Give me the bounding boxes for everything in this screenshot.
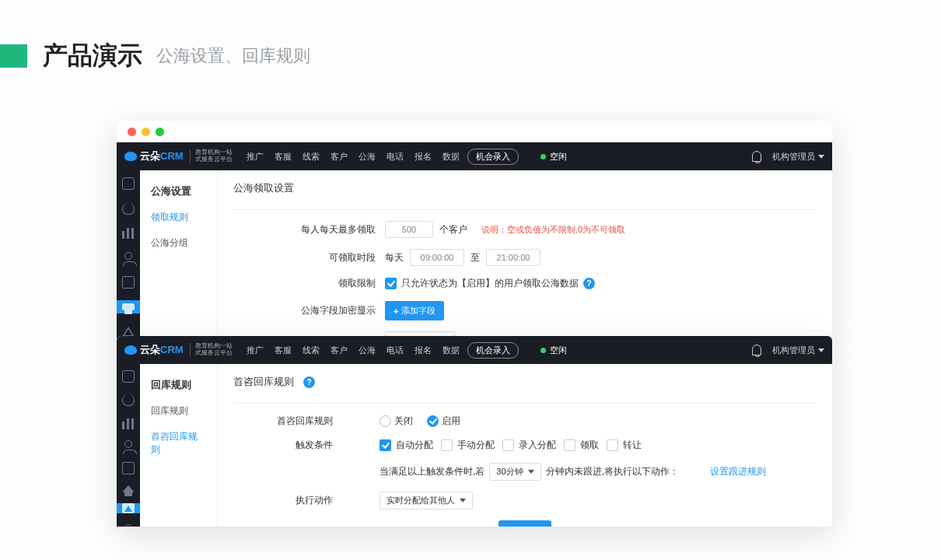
- window-public-pool-settings: 云朵CRM 教育机构一站式服务云平台 推广 客服 线索 客户 公海 电话 报名 …: [117, 121, 832, 338]
- save-row: 保存: [233, 520, 817, 527]
- chevron-down-icon: [818, 155, 824, 159]
- radio-off[interactable]: [380, 415, 391, 427]
- sidebar: 回库规则 回库规则 首咨回库规则: [140, 364, 218, 527]
- content-title: 公海领取设置: [233, 181, 817, 195]
- nav-item[interactable]: 报名: [415, 151, 432, 163]
- sentence-post: 分钟内未跟进,将执行以下动作：: [546, 465, 679, 478]
- nav-item[interactable]: 客服: [275, 345, 292, 356]
- checkbox-entry-assign[interactable]: [502, 439, 514, 451]
- logo-brand: 云朵: [140, 150, 160, 162]
- bell-icon[interactable]: [752, 151, 761, 162]
- nav-item[interactable]: 推广: [247, 345, 264, 356]
- rail-item[interactable]: [117, 417, 140, 429]
- field-label: 可领取时段: [233, 251, 385, 264]
- nav-pill-opportunity-entry[interactable]: 机会录入: [467, 342, 519, 359]
- nav-item[interactable]: 客户: [331, 151, 348, 163]
- prefix-text: 每天: [385, 251, 404, 264]
- nav-item[interactable]: 公海: [359, 151, 376, 163]
- help-icon[interactable]: ?: [303, 376, 315, 388]
- rail-item[interactable]: [117, 250, 140, 264]
- role-dropdown[interactable]: 机构管理员: [772, 151, 824, 163]
- timeout-select[interactable]: 30分钟: [489, 463, 540, 481]
- restriction-checkbox[interactable]: [385, 278, 397, 289]
- checkbox-auto-assign[interactable]: [380, 439, 391, 451]
- sidebar-item-pool-groups[interactable]: 公海分组: [140, 230, 217, 256]
- rail-item[interactable]: [117, 485, 140, 492]
- plus-icon: +: [394, 306, 398, 316]
- nav-item[interactable]: 数据: [443, 151, 460, 163]
- add-field-button[interactable]: +添加字段: [385, 301, 444, 320]
- opt-label: 自动分配: [396, 439, 433, 452]
- content-area: 首咨回库规则 ? 首咨回库规则 关闭 启用 触发条件 自动分配 手动分配: [218, 364, 832, 527]
- rail-item[interactable]: [117, 177, 140, 191]
- sidebar-item-claim-rules[interactable]: 领取规则: [140, 205, 217, 230]
- logo[interactable]: 云朵CRM 教育机构一站式服务云平台: [124, 149, 233, 163]
- rail-item-active[interactable]: [117, 300, 140, 314]
- logo-tagline: 教育机构一站式服务云平台: [190, 343, 233, 357]
- sidebar-title: 公海设置: [140, 178, 217, 205]
- status-indicator[interactable]: 空闲: [540, 345, 567, 356]
- nav-item[interactable]: 客服: [275, 151, 292, 163]
- field-encrypted-fields: 公海字段加密显示 +添加字段: [233, 301, 817, 320]
- person-icon: [124, 440, 132, 448]
- sidebar-item-first-consult-return[interactable]: 首咨回库规则: [140, 424, 217, 463]
- nav-item[interactable]: 线索: [303, 345, 320, 356]
- help-icon[interactable]: ?: [583, 278, 595, 289]
- field-trigger-conditions: 触发条件 自动分配 手动分配 录入分配 领取 转让: [233, 439, 817, 452]
- divider: [233, 403, 817, 404]
- window-controls: [117, 121, 832, 142]
- chart-icon: [122, 226, 135, 239]
- rail-item[interactable]: [117, 440, 140, 451]
- bell-icon[interactable]: [752, 345, 761, 355]
- rail-item[interactable]: [117, 462, 140, 474]
- book-icon: [122, 462, 135, 474]
- radio-on[interactable]: [427, 415, 439, 427]
- nav-item[interactable]: 客户: [331, 345, 348, 356]
- person-icon: [124, 252, 132, 260]
- content-area: 公海领取设置 每人每天最多领取 个客户 说明：空或负值为不限制,0为不可领取 可…: [218, 170, 832, 338]
- divider: [233, 209, 817, 210]
- time-end-input[interactable]: [486, 249, 540, 266]
- rail-item[interactable]: [117, 275, 140, 289]
- status-indicator[interactable]: 空闲: [540, 151, 567, 163]
- logo-brand: 云朵: [140, 344, 160, 355]
- nav-item[interactable]: 推广: [247, 151, 264, 163]
- home-icon: [122, 303, 135, 310]
- nav-item[interactable]: 电话: [387, 151, 404, 163]
- rail-item-active[interactable]: [117, 503, 140, 513]
- nav-pill-opportunity-entry[interactable]: 机会录入: [467, 149, 519, 165]
- field-label: 公海字段加密显示: [233, 304, 385, 317]
- action-select[interactable]: 实时分配给其他人: [380, 492, 473, 509]
- chevron-down-icon: [818, 348, 824, 352]
- nav-item[interactable]: 数据: [443, 345, 460, 356]
- triangle-icon: [122, 327, 135, 337]
- nav-item[interactable]: 公海: [359, 345, 376, 356]
- rail-item[interactable]: [117, 370, 140, 383]
- status-text: 空闲: [550, 151, 567, 163]
- sidebar-item-return-rules[interactable]: 回库规则: [140, 398, 217, 424]
- rail-item[interactable]: [117, 394, 140, 406]
- set-followup-link[interactable]: 设置跟进规则: [710, 465, 766, 478]
- maximize-icon[interactable]: [156, 128, 164, 136]
- triangle-icon: [122, 503, 135, 513]
- time-start-input[interactable]: [410, 249, 464, 266]
- rail-item[interactable]: [117, 201, 140, 215]
- opt-label: 转让: [623, 439, 642, 452]
- home-icon: [122, 485, 135, 492]
- checkbox-manual-assign[interactable]: [441, 439, 453, 451]
- nav-item[interactable]: 报名: [415, 345, 432, 356]
- field-label: 每人每天最多领取: [233, 223, 385, 236]
- checkbox-transfer[interactable]: [607, 439, 618, 451]
- minimize-icon[interactable]: [142, 128, 150, 136]
- rail-item[interactable]: [117, 524, 140, 527]
- content-title: 首咨回库规则 ?: [233, 375, 817, 389]
- close-icon[interactable]: [128, 128, 136, 136]
- nav-item[interactable]: 电话: [387, 345, 404, 356]
- rail-item[interactable]: [117, 226, 140, 240]
- logo[interactable]: 云朵CRM 教育机构一站式服务云平台: [124, 343, 233, 357]
- save-button[interactable]: 保存: [498, 520, 551, 527]
- checkbox-claim[interactable]: [564, 439, 575, 451]
- daily-limit-input[interactable]: [385, 221, 433, 238]
- nav-item[interactable]: 线索: [303, 151, 320, 163]
- role-dropdown[interactable]: 机构管理员: [772, 345, 824, 356]
